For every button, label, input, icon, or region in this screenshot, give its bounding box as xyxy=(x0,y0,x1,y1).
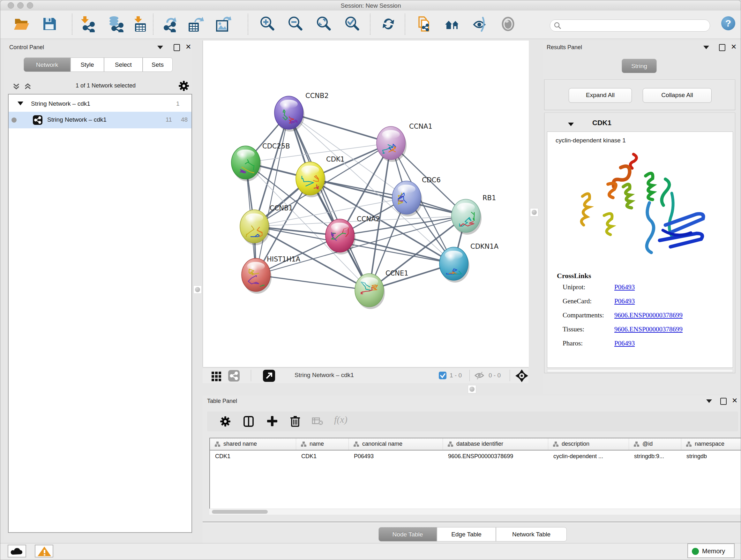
crosslink-value-link[interactable]: P06493 xyxy=(614,339,635,348)
network-edge[interactable] xyxy=(256,113,289,275)
open-session-icon[interactable] xyxy=(13,16,30,32)
crosslink-value-link[interactable]: 9606.ENSP00000378699 xyxy=(614,325,683,333)
delete-table-icon[interactable] xyxy=(312,417,323,427)
zoom-in-icon[interactable] xyxy=(259,16,275,32)
network-badge-toggle-icon[interactable] xyxy=(228,370,240,381)
tab-network-table[interactable]: Network Table xyxy=(496,527,567,542)
expand-all-networks-icon[interactable] xyxy=(23,81,33,92)
grid-view-icon[interactable] xyxy=(211,370,222,382)
function-builder-icon[interactable]: f(x) xyxy=(334,414,347,425)
import-table-from-file-icon[interactable] xyxy=(132,16,149,32)
control-panel-close-icon[interactable]: ✕ xyxy=(185,44,191,50)
expand-all-button[interactable]: Expand All xyxy=(569,88,632,103)
tab-edge-table[interactable]: Edge Table xyxy=(437,527,496,542)
results-panel-close-icon[interactable]: ✕ xyxy=(731,44,737,50)
warnings-button[interactable] xyxy=(35,545,53,557)
crosslink-value-link[interactable]: P06493 xyxy=(614,283,635,291)
table-column-header[interactable]: namespace xyxy=(681,438,741,450)
results-panel-collapse-icon[interactable] xyxy=(703,46,709,49)
network-edge[interactable] xyxy=(289,113,369,290)
network-node-ccnb1[interactable] xyxy=(240,210,269,243)
network-node-cdc6[interactable] xyxy=(392,181,421,214)
table-hscrollbar-thumb[interactable] xyxy=(212,510,268,514)
network-node-ccnb2[interactable] xyxy=(274,96,303,129)
birds-eye-view-icon[interactable] xyxy=(263,370,275,382)
tab-style[interactable]: Style xyxy=(71,57,104,72)
table-column-header[interactable]: database identifier xyxy=(443,438,548,450)
network-from-clipboard-icon[interactable] xyxy=(416,16,433,32)
control-panel-collapse-icon[interactable] xyxy=(157,46,163,49)
results-panel-float-icon[interactable] xyxy=(719,44,725,51)
network-node-cdk1[interactable] xyxy=(296,162,325,195)
table-column-header[interactable]: description xyxy=(548,438,629,450)
crosslink-value-link[interactable]: 9606.ENSP00000378699 xyxy=(614,311,683,319)
selected-count-checkbox-icon[interactable] xyxy=(439,372,447,379)
tab-node-table[interactable]: Node Table xyxy=(379,527,437,542)
help-icon[interactable]: ? xyxy=(721,16,735,30)
crosslink-value-link[interactable]: P06493 xyxy=(614,297,635,305)
fit-content-icon[interactable] xyxy=(315,16,332,32)
bottom-splitter-handle[interactable] xyxy=(468,385,476,393)
table-column-header[interactable]: canonical name xyxy=(349,438,443,450)
network-node-ccna1[interactable] xyxy=(377,126,405,160)
table-panel-collapse-icon[interactable] xyxy=(706,399,712,403)
save-session-icon[interactable] xyxy=(41,16,58,32)
table-cell[interactable]: CDK1 xyxy=(210,450,296,463)
first-neighbors-icon[interactable] xyxy=(444,16,461,32)
tab-string[interactable]: String xyxy=(622,59,657,73)
table-cell[interactable]: stringdb xyxy=(681,450,741,463)
create-column-icon[interactable] xyxy=(266,415,278,428)
network-edge[interactable] xyxy=(256,275,369,290)
export-image-icon[interactable] xyxy=(215,16,231,32)
table-column-header[interactable]: shared name xyxy=(210,438,296,450)
table-panel-float-icon[interactable] xyxy=(720,398,727,405)
table-cell[interactable]: stringdb:9... xyxy=(629,450,681,463)
table-hscrollbar[interactable] xyxy=(209,509,741,515)
results-scrollbar[interactable] xyxy=(547,369,733,372)
network-node-cdkn1a[interactable] xyxy=(440,247,468,280)
network-node-cdc25b[interactable] xyxy=(231,146,260,179)
network-node-ccne1[interactable] xyxy=(355,273,384,307)
zoom-out-icon[interactable] xyxy=(287,16,304,32)
zoom-selected-icon[interactable] xyxy=(344,16,360,32)
import-network-from-file-icon[interactable] xyxy=(81,16,97,32)
table-options-gear-icon[interactable] xyxy=(220,416,231,428)
refresh-icon[interactable] xyxy=(380,16,397,32)
export-table-icon[interactable] xyxy=(187,16,204,32)
table-row[interactable]: CDK1CDK1P064939606.ENSP00000378699cyclin… xyxy=(210,450,741,463)
collapse-all-button[interactable]: Collapse All xyxy=(643,88,712,103)
collapse-all-networks-icon[interactable] xyxy=(12,81,21,92)
table-column-header[interactable]: name xyxy=(296,438,349,450)
import-network-from-database-icon[interactable] xyxy=(108,16,124,32)
control-panel-float-icon[interactable] xyxy=(174,44,180,51)
network-node-hist1h1a[interactable] xyxy=(242,258,270,292)
network-options-gear-icon[interactable] xyxy=(179,80,189,92)
table-cell[interactable]: 9606.ENSP00000378699 xyxy=(443,450,548,463)
table-cell[interactable]: cyclin-dependent ... xyxy=(548,450,629,463)
presentation-mode-icon[interactable] xyxy=(500,16,517,32)
network-canvas[interactable]: CCNB2CCNA1CDC25BCDK1CDC6RB1CCNB1CCNA2CDK… xyxy=(203,41,529,367)
gene-section-expander-icon[interactable] xyxy=(568,123,574,126)
table-panel-close-icon[interactable]: ✕ xyxy=(732,398,738,403)
table-cell[interactable]: CDK1 xyxy=(296,450,349,463)
tab-network[interactable]: Network xyxy=(23,57,71,72)
tab-sets[interactable]: Sets xyxy=(143,57,173,72)
memory-button[interactable]: Memory xyxy=(687,543,735,558)
table-cell[interactable]: P06493 xyxy=(349,450,443,463)
table-column-header[interactable]: @id xyxy=(629,438,681,450)
network-row-selected[interactable]: String Network – cdk1 11 48 xyxy=(9,112,192,128)
show-columns-icon[interactable] xyxy=(243,416,254,428)
tree-expander-icon[interactable] xyxy=(17,102,23,105)
search-input[interactable] xyxy=(550,19,710,32)
tab-select[interactable]: Select xyxy=(104,57,143,72)
network-collection-row[interactable]: String Network – cdk1 1 xyxy=(9,97,192,112)
delete-columns-icon[interactable] xyxy=(289,415,301,429)
right-splitter-handle[interactable] xyxy=(530,208,538,216)
center-view-crosshair-icon[interactable] xyxy=(515,369,528,383)
cloud-status-button[interactable] xyxy=(8,545,26,557)
export-network-icon[interactable] xyxy=(162,16,179,32)
network-node-rb1[interactable] xyxy=(452,199,480,233)
network-node-ccna2[interactable] xyxy=(326,219,354,252)
show-hide-graphics-icon[interactable] xyxy=(471,16,488,32)
left-splitter-handle[interactable] xyxy=(193,286,202,294)
